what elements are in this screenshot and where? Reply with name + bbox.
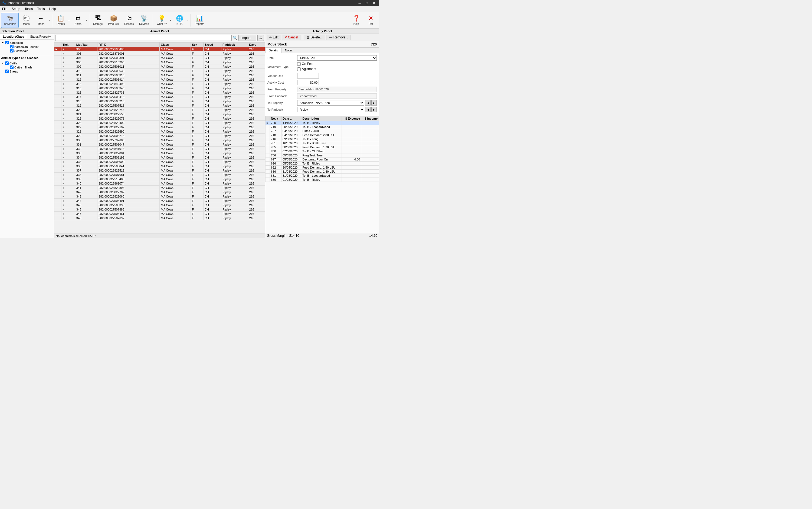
- row-expand[interactable]: +: [62, 99, 75, 103]
- log-col-income[interactable]: $ Income: [361, 116, 379, 121]
- tree-cattle[interactable]: ▼ Cattle: [1, 61, 53, 65]
- activity-log[interactable]: No. ▼ Date ▲ Description $ Expense $ Inc…: [265, 116, 379, 233]
- table-row[interactable]: + 307 982 000027508391 MA Cows F CH Ripl…: [55, 56, 265, 60]
- barcoolah-checkbox[interactable]: [5, 41, 9, 44]
- maximize-button[interactable]: □: [364, 0, 370, 6]
- animal-table-wrapper[interactable]: Tick Mgt Tag RF ID Class Sex Breed Paddo…: [54, 42, 265, 234]
- log-row[interactable]: 700 07/06/2020 To: B - Old Shed: [266, 149, 379, 154]
- row-expand[interactable]: +: [62, 64, 75, 69]
- toolbar-devices[interactable]: 📡 Devices: [137, 13, 151, 28]
- row-expand[interactable]: +: [62, 147, 75, 151]
- row-expand[interactable]: +: [62, 190, 75, 194]
- row-expand[interactable]: +: [62, 142, 75, 147]
- table-row[interactable]: + 341 982 000026822896 MA Cows F CH Ripl…: [55, 185, 265, 190]
- col-days[interactable]: Days: [248, 42, 265, 47]
- row-expand[interactable]: +: [62, 77, 75, 82]
- table-row[interactable]: + 313 982 000026842498 MA Cows F CH Ripl…: [55, 82, 265, 86]
- row-expand[interactable]: +: [62, 116, 75, 121]
- to-paddock-next[interactable]: ►: [371, 107, 377, 112]
- log-row[interactable]: 681 31/03/2020 To: B - Leopardwood: [266, 174, 379, 178]
- events-arrow[interactable]: ▾: [68, 13, 70, 28]
- to-paddock-select[interactable]: Ripley: [297, 107, 364, 112]
- menu-file[interactable]: File: [0, 6, 9, 11]
- toolbar-mobs[interactable]: 🐑 Mobs: [19, 13, 33, 28]
- date-select[interactable]: 14/10/2020: [297, 55, 377, 61]
- menu-help[interactable]: Help: [47, 6, 58, 11]
- row-expand[interactable]: +: [62, 138, 75, 142]
- table-row[interactable]: + 319 982 000027507518 MA Cows F CH Ripl…: [55, 103, 265, 108]
- row-expand[interactable]: +: [62, 203, 75, 207]
- to-property-select[interactable]: Barcoolah - NA501878: [297, 100, 364, 105]
- col-tick[interactable]: Tick: [62, 42, 75, 47]
- table-row[interactable]: + 320 982 000026822744 MA Cows F CH Ripl…: [55, 108, 265, 112]
- row-expand[interactable]: +: [62, 47, 75, 52]
- row-expand[interactable]: +: [62, 194, 75, 199]
- toolbar-nlis[interactable]: 🌐 NLIS: [172, 13, 187, 28]
- row-expand[interactable]: +: [62, 181, 75, 185]
- table-row[interactable]: + 330 982 000027792686 MA Cows F CH Ripl…: [55, 138, 265, 142]
- toolbar-shifts[interactable]: ⇄ Shifts: [71, 13, 85, 28]
- log-col-date[interactable]: Date ▲: [281, 116, 301, 121]
- print-button[interactable]: 🖨: [258, 35, 264, 41]
- whatif-arrow[interactable]: ▾: [169, 13, 172, 28]
- row-expand[interactable]: +: [62, 151, 75, 155]
- table-row[interactable]: + 326 982 000026822402 MA Cows F CH Ripl…: [55, 121, 265, 125]
- agistment-checkbox[interactable]: [297, 67, 301, 71]
- table-row[interactable]: + 333 982 000026822084 MA Cows F CH Ripl…: [55, 151, 265, 155]
- row-expand[interactable]: +: [62, 112, 75, 116]
- tree-sheep[interactable]: Sheep: [1, 69, 53, 73]
- row-expand[interactable]: +: [62, 69, 75, 73]
- table-row[interactable]: + 317 982 000027508415 MA Cows F CH Ripl…: [55, 95, 265, 99]
- close-button[interactable]: ✕: [371, 0, 377, 6]
- to-paddock-prev[interactable]: ◄: [365, 107, 371, 112]
- sheep-checkbox[interactable]: [5, 70, 9, 73]
- table-row[interactable]: + 311 982 000027508313 MA Cows F CH Ripl…: [55, 73, 265, 77]
- table-row[interactable]: + 343 982 000026822060 MA Cows F CH Ripl…: [55, 194, 265, 199]
- on-feed-checkbox[interactable]: [297, 62, 301, 66]
- menu-tasks[interactable]: Tasks: [23, 6, 35, 11]
- search-input[interactable]: [55, 35, 232, 41]
- feedlot-checkbox[interactable]: [10, 45, 13, 48]
- table-row[interactable]: + 332 982 000026841016 MA Cows F CH Ripl…: [55, 147, 265, 151]
- delete-button[interactable]: 🗑 Delete...: [304, 35, 325, 40]
- tab-details[interactable]: Details: [265, 47, 281, 53]
- log-row[interactable]: 701 16/07/2020 To: B - Bottle Tree: [266, 141, 379, 145]
- row-expand[interactable]: +: [62, 155, 75, 160]
- row-expand[interactable]: +: [62, 103, 75, 108]
- toolbar-events[interactable]: 📋 Events: [54, 13, 68, 28]
- log-col-no[interactable]: No. ▼: [270, 116, 281, 121]
- log-row[interactable]: 692 30/04/2020 Feed Demand: 1.50 LSU: [266, 166, 379, 170]
- tab-notes[interactable]: Notes: [281, 47, 296, 53]
- table-row[interactable]: ▶ + 305 982 000027508488 MA Cows F CH Ri…: [55, 47, 265, 52]
- shifts-arrow[interactable]: ▾: [85, 13, 88, 28]
- cattle-trade-checkbox[interactable]: [10, 66, 13, 69]
- table-row[interactable]: + 340 982 000026861074 MA Cows F CH Ripl…: [55, 181, 265, 185]
- import-button[interactable]: Import...: [238, 35, 256, 41]
- log-col-expense[interactable]: $ Expense: [342, 116, 361, 121]
- log-row[interactable]: 737 04/09/2020 Births - 2001: [266, 129, 379, 133]
- menu-setup[interactable]: Setup: [9, 6, 22, 11]
- table-row[interactable]: + 322 982 000026822078 MA Cows F CH Ripl…: [55, 116, 265, 121]
- log-row[interactable]: ▶ 720 14/10/2020 To: B - Ripley: [266, 121, 379, 125]
- log-row[interactable]: 680 01/03/2020 To: B - Ripley: [266, 178, 379, 182]
- table-row[interactable]: + 338 982 000027507681 MA Cows F CH Ripl…: [55, 173, 265, 177]
- row-expand[interactable]: +: [62, 168, 75, 173]
- row-expand[interactable]: +: [62, 134, 75, 138]
- row-expand[interactable]: +: [62, 121, 75, 125]
- toolbar-whatif[interactable]: 💡 What If?: [154, 13, 169, 28]
- tab-location-class[interactable]: Location/Class: [0, 34, 27, 39]
- table-row[interactable]: + 312 982 000027506914 MA Cows F CH Ripl…: [55, 77, 265, 82]
- to-property-next[interactable]: ►: [371, 100, 377, 105]
- log-row[interactable]: 718 04/09/2020 Feed Demand: 2.80 LSU: [266, 133, 379, 137]
- toolbar-classes[interactable]: 🗂 Classes: [122, 13, 136, 28]
- toolbar-trans[interactable]: ↔ Trans: [34, 13, 48, 28]
- row-expand[interactable]: +: [62, 95, 75, 99]
- tree-cattle-trade[interactable]: Cattle - Trade: [1, 65, 53, 69]
- table-row[interactable]: + 344 982 000027508491 MA Cows F CH Ripl…: [55, 199, 265, 203]
- log-row[interactable]: 697 05/05/2020 Dectomax Pour-On 4.80: [266, 158, 379, 162]
- table-row[interactable]: + 321 982 000026822550 MA Cows F CH Ripl…: [55, 112, 265, 116]
- toolbar-exit[interactable]: ✕ Exit: [364, 13, 378, 28]
- col-paddock[interactable]: Paddock: [222, 42, 248, 47]
- menu-tools[interactable]: Tools: [35, 6, 47, 11]
- row-expand[interactable]: +: [62, 82, 75, 86]
